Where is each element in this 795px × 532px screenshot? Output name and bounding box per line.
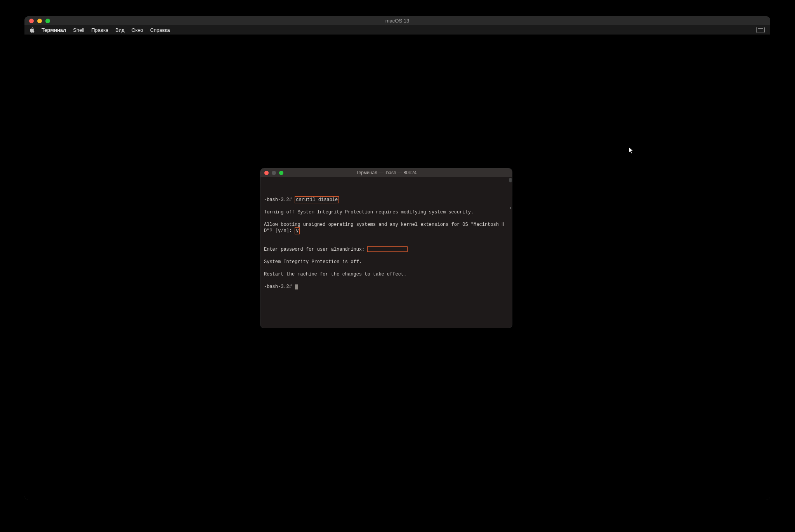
menu-edit[interactable]: Правка xyxy=(91,27,108,33)
terminal-line: Allow booting unsigned operating systems… xyxy=(264,222,508,234)
prompt: -bash-3.2# xyxy=(264,197,295,203)
highlight-password-field xyxy=(367,246,408,252)
mouse-cursor-icon xyxy=(628,147,634,154)
output-text: Allow booting unsigned operating systems… xyxy=(264,222,504,234)
menu-view[interactable]: Вид xyxy=(115,27,125,33)
menu-window[interactable]: Окно xyxy=(132,27,143,33)
vm-desktop[interactable]: Терминал — -bash — 80×24 -bash-3.2# csru… xyxy=(24,35,770,500)
scrollbar-thumb[interactable] xyxy=(509,178,512,182)
vm-title: macOS 13 xyxy=(24,18,770,24)
highlight-command: csrutil disable xyxy=(295,196,339,203)
terminal-window[interactable]: Терминал — -bash — 80×24 -bash-3.2# csru… xyxy=(260,168,512,328)
menu-shell[interactable]: Shell xyxy=(73,27,84,33)
terminal-line: Restart the machine for the changes to t… xyxy=(264,271,508,277)
vm-titlebar[interactable]: macOS 13 xyxy=(24,16,770,25)
terminal-line: System Integrity Protection is off. xyxy=(264,259,508,265)
cursor-icon xyxy=(295,284,298,289)
menu-help[interactable]: Справка xyxy=(150,27,170,33)
terminal-body[interactable]: -bash-3.2# csrutil disable Turning off S… xyxy=(260,177,512,305)
prompt: -bash-3.2# xyxy=(264,284,295,289)
terminal-line: Turning off System Integrity Protection … xyxy=(264,209,508,215)
terminal-title: Терминал — -bash — 80×24 xyxy=(260,170,512,175)
scrollbar-mark xyxy=(510,207,511,209)
vm-window: macOS 13 Терминал Shell Правка Вид Окно … xyxy=(24,16,770,500)
terminal-line: -bash-3.2# csrutil disable xyxy=(264,197,508,203)
terminal-line: Enter password for user alxandrinux: xyxy=(264,246,508,253)
apple-menu-icon[interactable] xyxy=(29,27,35,33)
output-text: Enter password for user alxandrinux: xyxy=(264,247,367,252)
vm-menubar[interactable]: Терминал Shell Правка Вид Окно Справка xyxy=(24,25,770,35)
menu-app[interactable]: Терминал xyxy=(42,27,66,33)
highlight-answer: y xyxy=(295,227,300,234)
terminal-line: -bash-3.2# xyxy=(264,284,508,290)
terminal-titlebar[interactable]: Терминал — -bash — 80×24 xyxy=(260,168,512,177)
keyboard-input-icon[interactable] xyxy=(756,27,765,33)
